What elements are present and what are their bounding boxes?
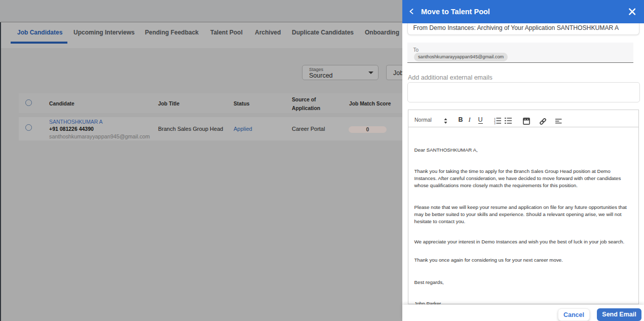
svg-text:3: 3	[494, 122, 496, 124]
